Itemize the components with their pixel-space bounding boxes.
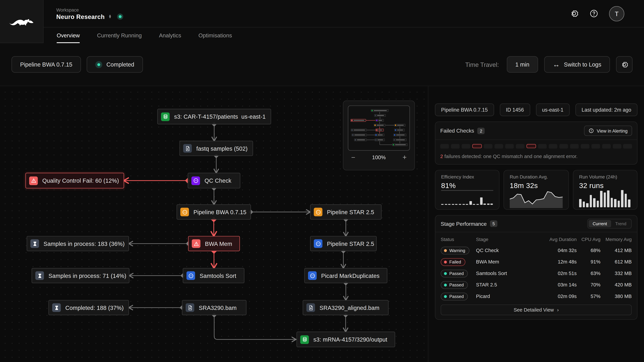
stage-cpu: 68%	[576, 248, 600, 253]
hourglass-icon	[36, 271, 44, 280]
flow-node-bwa-mem[interactable]: BWA Mem	[188, 236, 240, 251]
check-cell	[623, 144, 632, 149]
check-cell	[570, 144, 579, 149]
duration-title: Run Duration Avg.	[510, 174, 563, 179]
main: s3: CAR-T-4157/patients us-east-1fastq s…	[0, 86, 644, 362]
view-in-alerting-button[interactable]: View in Alerting	[584, 125, 632, 136]
tab-currently-running[interactable]: Currently Running	[97, 27, 142, 43]
flow-node-samtools[interactable]: Samtools Sort	[183, 268, 244, 283]
flow-node-bwa[interactable]: Pipeline BWA 0.7.15	[176, 204, 251, 220]
tab-analytics[interactable]: Analytics	[159, 27, 181, 43]
volume-bar	[582, 201, 585, 207]
canvas-settings-button[interactable]	[616, 56, 632, 73]
volume-sparkline	[579, 190, 631, 207]
toggle-trend[interactable]: Trend	[611, 220, 630, 227]
run-chips: Pipeline BWA 0.7.15 ID 1456 us-east-1 La…	[435, 103, 637, 116]
workspace-switcher-icon[interactable]: ▲▼	[108, 14, 112, 18]
see-detailed-view-button[interactable]: See Detailed View ›	[441, 305, 632, 315]
status-label: Completed	[106, 61, 134, 68]
hourglass-icon	[52, 303, 61, 312]
status-pill[interactable]: Completed	[87, 56, 143, 73]
workspace-status-dot	[117, 13, 123, 19]
app-root: Workspace Neuro Research ▲▼	[0, 0, 644, 362]
logo[interactable]	[0, 0, 44, 43]
zoom-controls: − 100% +	[348, 151, 410, 161]
volume-bar	[600, 191, 602, 207]
stage-cpu: 57%	[576, 294, 600, 299]
edge-sra-bam-s3-output	[214, 315, 296, 339]
efficiency-dash	[462, 204, 465, 205]
failed-checks-count-badge: 2	[478, 127, 485, 134]
check-cell	[505, 144, 514, 149]
stage-duration: 02m 51s	[542, 271, 577, 276]
volume-bar	[596, 201, 599, 207]
flow-node-completed-188[interactable]: Completed: 188 (37%)	[48, 300, 129, 315]
efficiency-sparkline	[441, 190, 493, 205]
header-main: Workspace Neuro Research ▲▼	[44, 0, 644, 43]
duration-sparkline	[510, 190, 563, 210]
tab-optimisations[interactable]: Optimisations	[198, 27, 232, 43]
flow-node-samples-183[interactable]: Samples in process: 183 (36%)	[27, 236, 129, 251]
toggle-current[interactable]: Current	[588, 220, 611, 227]
pipeline-selector-button[interactable]: Pipeline BWA 0.7.15	[12, 56, 81, 73]
check-cell	[602, 144, 611, 149]
failed-checks-card: Failed Checks 2 View in Alerting 2 failu…	[435, 121, 637, 165]
efficiency-dash	[452, 204, 454, 205]
file-icon	[306, 303, 315, 312]
switch-to-logs-button[interactable]: ↔ Switch to Logs	[544, 56, 610, 73]
volume-bar	[593, 198, 595, 207]
efficiency-dash	[480, 197, 482, 205]
help-icon[interactable]	[589, 9, 598, 18]
efficiency-value: 81%	[441, 181, 493, 190]
stage-table-rows: WarningQC Check04m 32s68%412 MBFailedBWA…	[441, 245, 632, 302]
failed-checks-title: Failed Checks	[440, 128, 474, 134]
flow-node-s3-output[interactable]: s3: mRNA-4157/3290/output	[296, 332, 395, 347]
chip-run-id: ID 1456	[500, 103, 530, 116]
flow-node-s3-input[interactable]: s3: CAR-T-4157/patients us-east-1	[157, 109, 271, 124]
time-travel-value-button[interactable]: 1 min	[507, 56, 538, 73]
anteater-logo-icon	[8, 15, 35, 28]
flow-node-fastq[interactable]: fastq samples (502)	[180, 141, 253, 156]
file-icon	[183, 144, 192, 153]
flow-node-samples-71[interactable]: Samples in process: 71 (14%)	[32, 268, 130, 283]
check-cell	[494, 144, 503, 149]
volume-bar	[579, 199, 581, 207]
current-trend-toggle: Current Trend	[587, 219, 632, 229]
alert-icon	[588, 128, 594, 133]
time-travel-label: Time Travel:	[465, 61, 499, 68]
col-status: Status	[441, 237, 476, 242]
zoom-out-button[interactable]: −	[351, 154, 355, 161]
flow-node-star-blue[interactable]: Pipeline STAR 2.5	[310, 236, 377, 251]
stage-cpu: 63%	[576, 271, 600, 276]
efficiency-title: Efficiency Index	[441, 174, 493, 179]
volume-bar	[610, 198, 613, 207]
minimap-viewport[interactable]	[348, 105, 410, 150]
avatar[interactable]: T	[609, 6, 624, 21]
failed-checks-header: Failed Checks 2 View in Alerting	[435, 122, 637, 140]
efficiency-dash	[441, 204, 444, 205]
check-cell	[451, 144, 460, 149]
switch-to-logs-label: Switch to Logs	[564, 61, 601, 68]
flow-node-qc-fail[interactable]: Quality Control Fail: 60 (12%)	[26, 173, 124, 188]
tab-overview[interactable]: Overview	[57, 27, 80, 43]
node-label: SRA3290.bam	[199, 304, 237, 311]
flow-node-picard[interactable]: Picard MarkDuplicates	[304, 268, 388, 283]
flow-node-sra-aligned[interactable]: SRA3290_aligned.bam	[303, 300, 388, 315]
volume-bar	[618, 201, 620, 207]
workspace-name: Neuro Research	[56, 13, 105, 20]
zoom-in-button[interactable]: +	[402, 154, 406, 161]
col-avg-duration: Avg Duration	[542, 237, 577, 242]
volume-bar	[614, 199, 616, 207]
chevron-right-icon: ›	[557, 307, 559, 313]
flow-node-qc-check[interactable]: QC Check	[188, 173, 240, 188]
status-badge-warning: Warning	[441, 247, 470, 254]
toolbar: Pipeline BWA 0.7.15 Completed Time Trave…	[0, 43, 644, 86]
flow-node-sra-bam[interactable]: SRA3290.bam	[182, 300, 246, 315]
minimap: − 100% +	[343, 100, 415, 170]
flow-node-star-orange[interactable]: Pipeline STAR 2.5	[310, 204, 382, 220]
process-icon	[180, 208, 189, 216]
flow-canvas[interactable]: s3: CAR-T-4157/patients us-east-1fastq s…	[0, 86, 428, 362]
settings-icon[interactable]	[570, 9, 579, 18]
volume-bar	[586, 203, 588, 207]
stage-name: Samtools Sort	[476, 271, 542, 276]
